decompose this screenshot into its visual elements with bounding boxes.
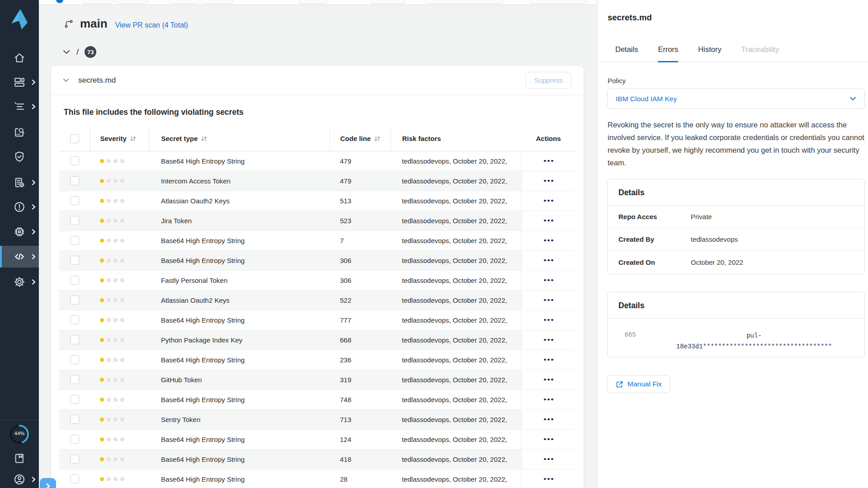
table-row[interactable]: Intercom Access Token 479 tedlassodevops… xyxy=(59,171,576,191)
sidebar-item-docs[interactable] xyxy=(0,449,39,467)
sort-icon xyxy=(201,136,207,142)
tab-details[interactable]: Details xyxy=(615,45,638,61)
view-pr-scan-link[interactable]: View PR scan (4 Total) xyxy=(115,21,188,29)
sidebar: 44% xyxy=(0,0,39,488)
row-checkbox[interactable] xyxy=(70,395,79,404)
row-actions-menu-button[interactable] xyxy=(522,350,576,370)
row-checkbox[interactable] xyxy=(70,415,79,424)
severity-indicator xyxy=(100,278,149,282)
row-actions-menu-button[interactable] xyxy=(522,430,576,449)
column-header-severity[interactable]: Severity xyxy=(90,127,149,151)
row-checkbox[interactable] xyxy=(70,176,79,185)
row-actions-menu-button[interactable] xyxy=(522,390,576,409)
table-row[interactable]: Base64 High Entropy String 418 tedlassod… xyxy=(59,449,576,469)
table-row[interactable]: Base64 High Entropy String 7 tedlassodev… xyxy=(59,230,576,250)
row-checkbox[interactable] xyxy=(70,296,79,305)
toolbar-pill[interactable] xyxy=(116,0,149,4)
table-row[interactable]: Python Package Index Key 668 tedlassodev… xyxy=(59,330,576,350)
app-logo[interactable] xyxy=(0,0,39,38)
row-checkbox[interactable] xyxy=(70,435,79,444)
row-checkbox[interactable] xyxy=(70,455,79,464)
risk-factors-cell: tedlassodevops, October 20, 2022, xyxy=(391,330,521,350)
column-header-secret-type[interactable]: Secret type xyxy=(149,127,330,151)
row-actions-menu-button[interactable] xyxy=(522,151,576,171)
table-row[interactable]: Base64 High Entropy String 28 tedlassode… xyxy=(59,469,576,488)
toolbar-pill[interactable] xyxy=(529,0,587,4)
row-checkbox[interactable] xyxy=(70,256,79,265)
table-row[interactable]: Base64 High Entropy String 124 tedlassod… xyxy=(59,429,576,449)
row-actions-menu-button[interactable] xyxy=(522,191,576,211)
row-checkbox[interactable] xyxy=(70,474,79,483)
row-actions-menu-button[interactable] xyxy=(522,171,576,191)
manual-fix-button[interactable]: Manual Fix xyxy=(607,375,670,393)
row-actions-menu-button[interactable] xyxy=(522,330,576,350)
detail-label: Repo Acces xyxy=(618,213,691,221)
table-row[interactable]: Base64 High Entropy String 777 tedlassod… xyxy=(59,310,576,330)
code-line-cell: 124 xyxy=(330,429,391,449)
sidebar-item-home[interactable] xyxy=(0,47,39,69)
row-actions-menu-button[interactable] xyxy=(522,271,576,290)
shield-check-icon xyxy=(13,150,26,163)
sidebar-expand-button[interactable] xyxy=(40,478,56,488)
row-checkbox[interactable] xyxy=(70,236,79,245)
row-checkbox[interactable] xyxy=(70,156,79,165)
sidebar-item-compliance[interactable] xyxy=(0,146,39,168)
row-actions-menu-button[interactable] xyxy=(522,370,576,389)
table-row[interactable]: GitHub Token 319 tedlassodevops, October… xyxy=(59,370,576,389)
table-row[interactable]: Base64 High Entropy String 306 tedlassod… xyxy=(59,250,576,270)
details-card: Details Repo Acces Private Created By te… xyxy=(607,179,865,274)
row-checkbox[interactable] xyxy=(70,355,79,364)
suppress-button[interactable]: Suppress xyxy=(525,72,572,89)
table-row[interactable]: Base64 High Entropy String 479 tedlassod… xyxy=(59,151,576,171)
tab-traceability: Traceability xyxy=(741,45,779,61)
tab-errors[interactable]: Errors xyxy=(658,45,678,62)
policy-dropdown[interactable]: IBM Cloud IAM Key xyxy=(607,89,865,109)
table-row[interactable]: Jira Token 523 tedlassodevops, October 2… xyxy=(59,211,576,230)
row-actions-menu-button[interactable] xyxy=(522,291,576,310)
row-checkbox[interactable] xyxy=(70,315,79,324)
row-checkbox[interactable] xyxy=(70,375,79,384)
severity-dot-filled xyxy=(100,318,104,322)
row-checkbox[interactable] xyxy=(70,216,79,225)
sidebar-item-policies[interactable] xyxy=(0,172,39,193)
table-row[interactable]: Sentry Token 713 tedlassodevops, October… xyxy=(59,409,576,429)
sidebar-item-dashboards[interactable] xyxy=(0,71,39,93)
row-actions-menu-button[interactable] xyxy=(522,310,576,330)
row-checkbox[interactable] xyxy=(70,335,79,344)
row-actions-menu-button[interactable] xyxy=(522,450,576,469)
toolbar-pill[interactable] xyxy=(169,0,199,4)
row-actions-menu-button[interactable] xyxy=(522,251,576,270)
table-row[interactable]: Atlassian Oauth2 Keys 522 tedlassodevops… xyxy=(59,290,576,310)
toolbar-pill[interactable] xyxy=(82,0,114,4)
sidebar-item-supply-chain[interactable] xyxy=(0,221,39,243)
chevron-down-icon[interactable] xyxy=(63,50,70,54)
row-checkbox[interactable] xyxy=(70,196,79,205)
toolbar-pill[interactable] xyxy=(370,0,406,4)
row-actions-menu-button[interactable] xyxy=(522,410,576,429)
table-row[interactable]: Fastly Personal Token 306 tedlassodevops… xyxy=(59,270,576,290)
sidebar-item-projects-active[interactable] xyxy=(0,246,39,267)
table-row[interactable]: Base64 High Entropy String 236 tedlassod… xyxy=(59,350,576,370)
toolbar-pill[interactable] xyxy=(201,0,233,4)
column-header-code-line[interactable]: Code line xyxy=(330,127,391,151)
table-row[interactable]: Base64 High Entropy String 748 tedlassod… xyxy=(59,389,576,409)
table-row[interactable]: Atlassian Oauth2 Keys 513 tedlassodevops… xyxy=(59,191,576,211)
secret-type-cell: Python Package Index Key xyxy=(149,330,330,350)
toolbar-pill[interactable] xyxy=(298,0,328,4)
select-all-checkbox[interactable] xyxy=(70,134,79,143)
severity-dot-empty xyxy=(113,398,118,402)
severity-dot-empty xyxy=(120,318,124,322)
sidebar-item-inventory[interactable] xyxy=(0,96,39,117)
chevron-down-icon[interactable] xyxy=(63,78,69,82)
sidebar-item-settings[interactable] xyxy=(0,271,39,293)
toolbar-pill[interactable] xyxy=(425,0,504,4)
sidebar-item-code-review[interactable] xyxy=(0,122,39,143)
row-checkbox[interactable] xyxy=(70,276,79,285)
row-actions-menu-button[interactable] xyxy=(522,469,576,488)
risk-factors-cell: tedlassodevops, October 20, 2022, xyxy=(391,211,521,230)
row-actions-menu-button[interactable] xyxy=(522,211,576,230)
tab-history[interactable]: History xyxy=(698,45,721,61)
sidebar-item-account[interactable] xyxy=(0,471,39,488)
row-actions-menu-button[interactable] xyxy=(522,231,576,250)
sidebar-item-incidents[interactable] xyxy=(0,196,39,218)
